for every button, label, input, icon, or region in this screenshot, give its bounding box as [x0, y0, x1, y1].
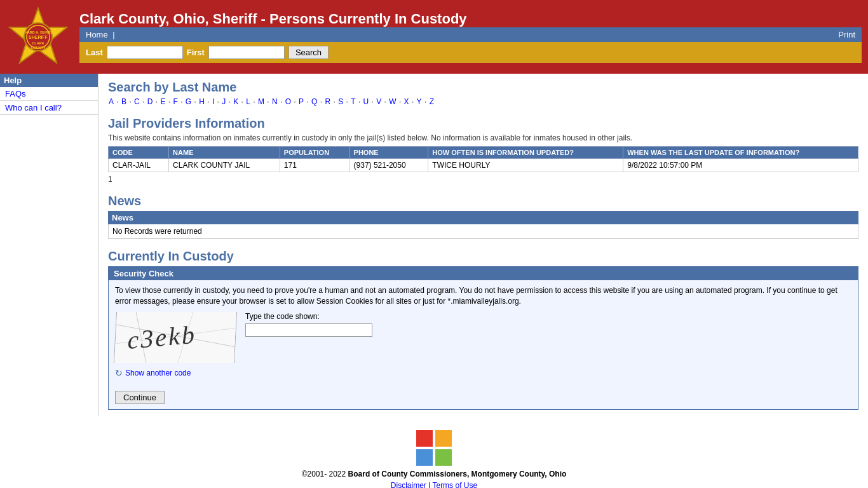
jail-last-update: 9/8/2022 10:57:00 PM — [623, 159, 858, 172]
footer-links: Disclaimer | Terms of Use — [391, 481, 477, 488]
jail-name: CLARK COUNTY JAIL — [169, 159, 280, 172]
col-code: CODE — [109, 147, 169, 159]
alpha-d[interactable]: D — [147, 97, 153, 106]
alpha-t[interactable]: T — [351, 97, 355, 106]
page-title: Clark County, Ohio, Sheriff - Persons Cu… — [79, 11, 862, 27]
news-body: No Records were returned — [108, 224, 858, 239]
alpha-r[interactable]: R — [325, 97, 330, 106]
alpha-u[interactable]: U — [363, 97, 369, 106]
news-heading: News — [108, 194, 858, 208]
alpha-m[interactable]: M — [258, 97, 264, 106]
who-can-i-call-link[interactable]: Who can I call? — [0, 101, 98, 114]
search-heading: Search by Last Name — [108, 80, 858, 95]
alpha-e[interactable]: E — [160, 97, 165, 106]
news-no-records: No Records were returned — [112, 227, 202, 236]
svg-rect-16 — [416, 449, 433, 466]
custody-section: Currently In Custody Security Check To v… — [108, 249, 858, 410]
news-table-header: News — [108, 211, 858, 224]
security-header: Security Check — [109, 267, 858, 280]
show-another-link[interactable]: ↻ Show another code — [115, 368, 851, 378]
disclaimer-link[interactable]: Disclaimer — [391, 481, 426, 488]
alpha-a[interactable]: A — [109, 97, 114, 106]
search-button[interactable]: Search — [288, 46, 329, 59]
sidebar-item-who-can-i-call[interactable]: Who can I call? — [0, 101, 98, 115]
svg-rect-17 — [435, 449, 452, 466]
col-name: NAME — [169, 147, 280, 159]
alpha-s[interactable]: S — [338, 97, 343, 106]
captcha-label: Type the code shown: — [245, 312, 372, 321]
jail-code: CLAR-JAIL — [109, 159, 169, 172]
body-wrap: Help FAQs Who can I call? Search by Last… — [0, 74, 868, 416]
header-title-area: Clark County, Ohio, Sheriff - Persons Cu… — [70, 11, 862, 63]
alpha-x[interactable]: X — [404, 97, 409, 106]
alpha-w[interactable]: W — [389, 97, 396, 106]
alpha-p[interactable]: P — [299, 97, 304, 106]
news-section: News News No Records were returned — [108, 194, 858, 239]
svg-rect-14 — [416, 430, 433, 447]
first-label: First — [187, 48, 205, 57]
refresh-icon: ↻ — [115, 368, 123, 378]
search-bar: Last First Search — [79, 42, 862, 63]
home-link[interactable]: Home — [86, 30, 108, 39]
jail-providers-desc: This website contains information on inm… — [108, 133, 858, 142]
custody-heading: Currently In Custody — [108, 249, 858, 264]
jail-table: CODE NAME POPULATION PHONE HOW OFTEN IS … — [108, 146, 858, 172]
faqs-link[interactable]: FAQs — [0, 87, 98, 100]
captcha-area: c3ekb Type the code shown: — [115, 312, 851, 363]
footer-org: Board of County Commissioners, Montgomer… — [348, 470, 567, 478]
captcha-image: c3ekb — [114, 312, 237, 363]
jail-population: 171 — [280, 159, 349, 172]
svg-text:COUNTY: COUNTY — [31, 46, 46, 50]
col-last-update: WHEN WAS THE LAST UPDATE OF INFORMATION? — [623, 147, 858, 159]
alpha-f[interactable]: F — [173, 97, 177, 106]
alpha-j[interactable]: J — [222, 97, 226, 106]
footer-logo-area: MONTGOMERY COUNTY ©2001- 2022 Board of C… — [6, 429, 862, 488]
first-name-input[interactable] — [208, 46, 285, 59]
svg-text:SHERIFF: SHERIFF — [29, 35, 48, 39]
alpha-b[interactable]: B — [121, 97, 126, 106]
jail-providers-heading: Jail Providers Information — [108, 116, 858, 131]
alpha-n[interactable]: N — [272, 97, 278, 106]
main-content: Search by Last Name A · B · C · D · E · … — [98, 74, 868, 416]
security-box: Security Check To view those currently i… — [108, 266, 858, 410]
sidebar-item-faqs[interactable]: FAQs — [0, 87, 98, 101]
alpha-z[interactable]: Z — [430, 97, 434, 106]
row-count: 1 — [108, 175, 858, 184]
alpha-k[interactable]: K — [233, 97, 238, 106]
table-row: CLAR-JAIL CLARK COUNTY JAIL 171 (937) 52… — [109, 159, 858, 172]
svg-text:CLARK: CLARK — [32, 41, 44, 45]
show-another-label: Show another code — [125, 369, 191, 377]
col-population: POPULATION — [280, 147, 349, 159]
sheriff-logo: RICHARD H. BURGESS SHERIFF CLARK COUNTY — [6, 5, 70, 69]
continue-button[interactable]: Continue — [115, 391, 165, 404]
footer: MONTGOMERY COUNTY ©2001- 2022 Board of C… — [0, 416, 868, 488]
security-body: To view those currently in custody, you … — [109, 280, 858, 409]
alpha-i[interactable]: I — [212, 97, 214, 106]
alphabet-links: A · B · C · D · E · F · G · H · I · J · … — [108, 97, 858, 106]
jail-phone: (937) 521-2050 — [349, 159, 428, 172]
alpha-g[interactable]: G — [186, 97, 191, 106]
svg-text:c3ekb: c3ekb — [127, 320, 197, 354]
sidebar-heading: Help — [0, 74, 98, 87]
nav-bar: Home | Print — [79, 27, 862, 42]
montgomery-logo-icon: MONTGOMERY COUNTY — [415, 429, 453, 467]
print-link[interactable]: Print — [838, 30, 855, 39]
alpha-q[interactable]: Q — [311, 97, 317, 106]
col-update-freq: HOW OFTEN IS INFORMATION UPDATED? — [428, 147, 623, 159]
jail-update-freq: TWICE HOURLY — [428, 159, 623, 172]
last-label: Last — [86, 48, 103, 57]
alpha-h[interactable]: H — [199, 97, 205, 106]
alpha-o[interactable]: O — [285, 97, 291, 106]
alpha-l[interactable]: L — [246, 97, 250, 106]
captcha-input[interactable] — [245, 323, 372, 337]
header: RICHARD H. BURGESS SHERIFF CLARK COUNTY … — [0, 0, 868, 74]
copyright: ©2001- 2022 — [302, 470, 348, 478]
alpha-y[interactable]: Y — [417, 97, 422, 106]
alpha-c[interactable]: C — [134, 97, 140, 106]
last-name-input[interactable] — [107, 46, 183, 59]
captcha-right: Type the code shown: — [245, 312, 372, 337]
footer-text: ©2001- 2022 Board of County Commissioner… — [302, 470, 567, 478]
terms-link[interactable]: Terms of Use — [432, 481, 477, 488]
alpha-v[interactable]: V — [376, 97, 381, 106]
svg-rect-15 — [435, 430, 452, 447]
